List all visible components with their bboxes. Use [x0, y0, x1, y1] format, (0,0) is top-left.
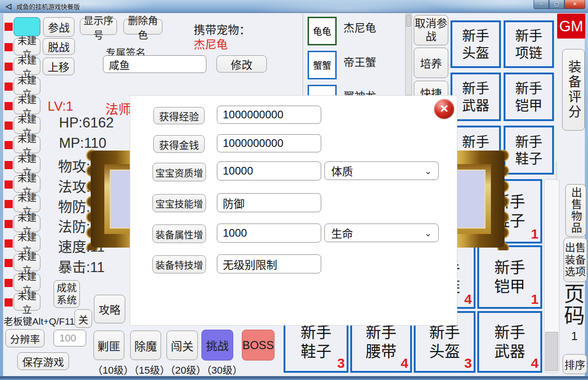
item-count: 4 — [464, 292, 472, 307]
slot-indicator — [5, 141, 13, 149]
level-text: LV:1 — [48, 99, 73, 114]
pet-name: 杰尼龟 — [343, 19, 376, 35]
save-game-button[interactable]: 保存游戏 — [17, 352, 69, 370]
equip-special-input[interactable]: 无级别限制 — [217, 254, 321, 273]
modal-close-button[interactable]: ✕ — [434, 99, 454, 119]
sort-button[interactable]: 排序 — [563, 354, 587, 374]
equipped-weapon[interactable]: 新手 武器 — [451, 73, 501, 121]
resolution-input[interactable]: 100 — [54, 330, 86, 346]
item-count: 1 — [531, 226, 539, 242]
pet-name: 帝王蟹 — [343, 54, 376, 69]
item-count: 4 — [401, 356, 408, 371]
equipped-helmet[interactable]: 新手 头盔 — [451, 20, 501, 68]
slot-indicator — [5, 298, 13, 307]
pet-slot-crab[interactable]: 蟹蟹 — [308, 51, 337, 79]
pet-list-scrollbar-thumb[interactable] — [406, 15, 411, 27]
leave-battle-button[interactable]: 脱战 — [43, 38, 75, 55]
slot-indicator — [5, 279, 13, 287]
stat-mp: MP:110 — [59, 135, 107, 151]
slot-indicator — [5, 220, 13, 228]
equipped-label: 新手 武器 — [452, 74, 499, 119]
train-pet-button[interactable]: 培养 — [414, 48, 448, 78]
gain-exp-button[interactable]: 获得经验 — [153, 107, 205, 124]
equip-special-button[interactable]: 装备特技增 — [152, 255, 206, 273]
delete-role-button[interactable]: 删除角色 — [123, 19, 162, 34]
window-bottom-border — [0, 376, 588, 380]
bandit-button[interactable]: 剿匪 — [93, 331, 124, 360]
item-count: 4 — [531, 356, 539, 371]
sell-items-button[interactable]: 出售物品 — [565, 184, 586, 237]
boss-button[interactable]: BOSS — [242, 330, 274, 361]
equipped-label: 新手 鞋子 — [505, 127, 552, 173]
signature-input[interactable]: 咸鱼 — [103, 55, 206, 73]
inventory-cell[interactable]: 新手 武器 4 — [477, 311, 542, 373]
achievement-button[interactable]: 成就系统 — [54, 280, 80, 308]
gain-money-button[interactable]: 获得金钱 — [153, 135, 205, 153]
equip-score-button[interactable]: 装备评分 — [562, 49, 585, 131]
chevron-down-icon: ⌄ — [424, 228, 432, 239]
item-count: 1 — [531, 292, 539, 307]
page-label: 页码 — [563, 283, 586, 327]
app-logo-icon: ◁ — [5, 2, 13, 10]
close-button[interactable]: ✕ — [564, 0, 585, 9]
titlebar: ◁ 咸鱼的挂机游戏快餐版 – ▢ ✕ — [0, 0, 588, 13]
equipped-necklace[interactable]: 新手 项链 — [504, 20, 554, 68]
equip-attr-select[interactable]: 生命 ⌄ — [324, 224, 439, 242]
challenge-level-label: （30级） — [201, 362, 242, 376]
maximize-button[interactable]: ▢ — [549, 0, 564, 9]
inventory-cell[interactable]: 新手 铠甲 1 — [477, 245, 542, 309]
stat-crit: 暴击:11 — [58, 256, 105, 276]
slot-indicator — [5, 239, 13, 248]
demon-level-label: （15级） — [129, 362, 170, 376]
modify-signature-button[interactable]: 修改 — [216, 55, 267, 73]
gm-modal: 获得经验 1000000000 获得金钱 1000000000 宝宝资质增 10… — [130, 95, 457, 326]
sell-equip-options-button[interactable]: 出售装备选项 — [564, 238, 587, 282]
pet-aptitude-select[interactable]: 体质 ⌄ — [324, 161, 439, 180]
move-up-button[interactable]: 上移 — [43, 58, 74, 75]
bandit-level-label: （10级） — [93, 362, 133, 376]
pet-aptitude-button[interactable]: 宝宝资质增 — [152, 163, 206, 181]
slot-indicator — [5, 83, 13, 91]
slot-indicator — [5, 180, 13, 189]
equipped-label: 新手 头盔 — [452, 22, 499, 66]
equipped-armor[interactable]: 新手 铠甲 — [504, 73, 554, 121]
carried-pet-name: 杰尼龟 — [194, 35, 228, 52]
pet-aptitude-input[interactable]: 10000 — [217, 161, 321, 180]
boss-key-label: 老板键Alt+Q/F11 — [4, 314, 75, 327]
gm-button[interactable]: GM — [557, 14, 585, 39]
pet-slot-turtle[interactable]: 龟龟 — [308, 17, 337, 45]
pet-skill-input[interactable]: 防御 — [217, 193, 321, 212]
guide-button[interactable]: 攻略 — [94, 295, 125, 323]
page-number: 1 — [563, 329, 586, 343]
stage-button[interactable]: 闯关 — [167, 331, 198, 360]
slot-indicator — [5, 200, 13, 208]
slot-indicator — [5, 43, 13, 51]
item-count: 3 — [337, 356, 345, 371]
pet-skill-button[interactable]: 宝宝技能增 — [152, 194, 206, 212]
inventory-scrollbar-thumb[interactable] — [545, 332, 558, 371]
slot-indicator — [5, 63, 13, 71]
equip-attr-input[interactable]: 1000 — [217, 224, 321, 243]
stage-level-label: （20级） — [165, 362, 206, 376]
inventory-scrollbar[interactable] — [544, 179, 559, 373]
app-window: ◁ 咸鱼的挂机游戏快餐版 – ▢ ✕ 未建立 未建立 未建立 未建立 未建立 未… — [0, 0, 588, 380]
challenge-button[interactable]: 挑战 — [201, 330, 233, 361]
gain-money-input[interactable]: 1000000000 — [217, 134, 321, 152]
equipped-label: 新手 铠甲 — [505, 74, 552, 119]
boss-key-toggle[interactable]: 关 — [74, 309, 92, 328]
show-index-button[interactable]: 显示序号 — [80, 18, 117, 35]
pet-list-scrollbar[interactable] — [405, 14, 412, 95]
slot-indicator — [5, 259, 13, 267]
cancel-join-button[interactable]: 取消参战 — [414, 15, 448, 45]
resolution-button[interactable]: 分辨率 — [5, 329, 44, 347]
join-battle-button[interactable]: 参战 — [43, 17, 74, 37]
pet-panel-divider — [303, 14, 303, 95]
minimize-button[interactable]: – — [534, 0, 549, 9]
chevron-down-icon: ⌄ — [424, 166, 432, 176]
equipped-shoes[interactable]: 新手 鞋子 — [504, 126, 554, 175]
demon-button[interactable]: 除魔 — [130, 331, 161, 360]
equip-attr-button[interactable]: 装备属性增 — [152, 224, 206, 243]
gain-exp-input[interactable]: 1000000000 — [217, 106, 321, 124]
stat-hp: HP:6162 — [59, 115, 114, 131]
character-slot-button[interactable]: 未建立 — [14, 293, 40, 311]
